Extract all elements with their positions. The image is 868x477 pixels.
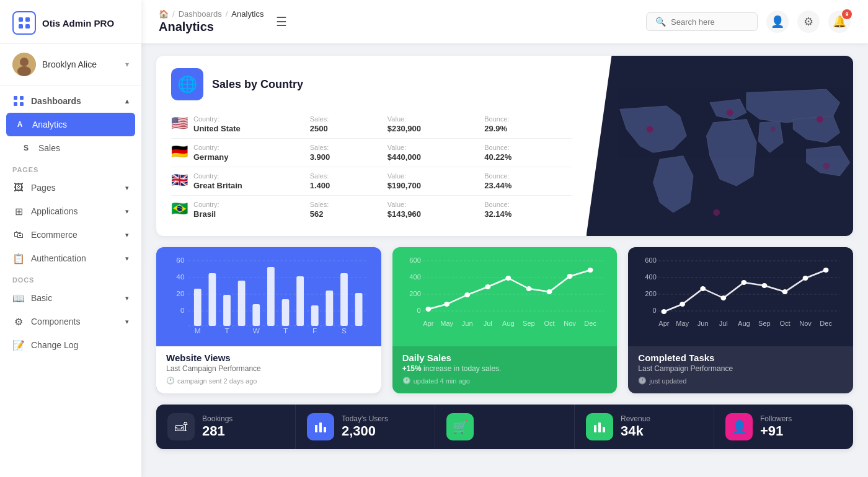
svg-point-81 — [721, 295, 727, 300]
svg-rect-10 — [20, 102, 24, 106]
followers-info: Followers +91 — [760, 414, 792, 439]
value-info: Value: $230,900 — [388, 110, 484, 139]
svg-text:T: T — [283, 328, 288, 335]
value-info: Value: $190,700 — [388, 167, 484, 196]
authentication-icon: 📋 — [12, 252, 25, 265]
svg-text:Sep: Sep — [758, 320, 771, 326]
nav-section: Dashboards ▴ A Analytics S Sales PAGES 🖼… — [0, 85, 141, 477]
svg-text:400: 400 — [645, 273, 657, 280]
sidebar-item-changelog[interactable]: 📝 Change Log — [0, 333, 141, 357]
svg-text:May: May — [676, 320, 690, 326]
pages-icon: 🖼 — [12, 182, 25, 194]
svg-point-11 — [647, 126, 653, 133]
country-name: Germany — [193, 152, 310, 162]
svg-point-55 — [485, 284, 490, 289]
svg-rect-96 — [315, 425, 317, 432]
settings-button[interactable]: ⚙ — [797, 11, 820, 33]
svg-text:600: 600 — [645, 256, 657, 263]
svg-text:200: 200 — [409, 290, 421, 297]
svg-point-79 — [680, 302, 686, 307]
country-label: Country: — [193, 144, 310, 151]
search-input[interactable] — [671, 17, 748, 27]
sidebar-item-dashboards[interactable]: Dashboards ▴ — [0, 89, 141, 113]
sales-card-header: 🌐 Sales by Country — [171, 68, 572, 100]
sales-value: 3.900 — [310, 152, 388, 162]
logo-text: Otis Admin PRO — [42, 18, 114, 28]
user-profile-button[interactable]: 👤 — [766, 11, 789, 33]
stat-revenue: Revenue 34k — [575, 405, 714, 449]
country-table: 🇺🇸 Country: United State Sales: 2500 Val… — [171, 110, 572, 224]
svg-text:Jun: Jun — [461, 320, 472, 326]
sales-value: 562 — [310, 209, 388, 219]
user-section[interactable]: Brooklyn Alice ▾ — [0, 44, 141, 85]
svg-rect-31 — [267, 267, 275, 326]
svg-point-82 — [742, 280, 747, 285]
bounce-info: Bounce: 40.22% — [484, 139, 572, 167]
svg-rect-33 — [296, 276, 304, 326]
stat-followers: 👤 Followers +91 — [714, 405, 853, 449]
sales-letter: S — [20, 142, 32, 154]
bounce-label: Bounce: — [484, 115, 572, 123]
svg-text:Nov: Nov — [564, 320, 576, 326]
svg-text:Dec: Dec — [584, 320, 596, 326]
country-info: Country: Germany — [193, 139, 310, 167]
clock-icon-3: 🕐 — [638, 377, 647, 385]
bounce-info: Bounce: 23.44% — [484, 167, 572, 196]
sidebar-item-ecommerce[interactable]: 🛍 Ecommerce ▾ — [0, 223, 141, 247]
svg-point-5 — [20, 58, 29, 66]
svg-text:0: 0 — [653, 307, 657, 313]
country-table-row: 🇩🇪 Country: Germany Sales: 3.900 Value: … — [171, 139, 572, 167]
home-icon: 🏠 — [159, 9, 169, 19]
ecommerce-icon: 🛍 — [12, 229, 25, 241]
breadcrumb-dashboards[interactable]: Dashboards — [179, 9, 222, 19]
sidebar-item-pages[interactable]: 🖼 Pages ▾ — [0, 176, 141, 199]
country-flag: 🇩🇪 — [171, 144, 188, 159]
svg-text:Jul: Jul — [719, 320, 728, 326]
sidebar-item-analytics[interactable]: A Analytics — [6, 113, 135, 136]
svg-rect-34 — [311, 305, 319, 326]
svg-point-56 — [505, 276, 511, 281]
bounce-info: Bounce: 32.14% — [484, 196, 572, 224]
sales-info: Sales: 2500 — [310, 110, 388, 139]
svg-rect-7 — [14, 96, 17, 100]
notifications-button[interactable]: 🔔 9 — [828, 11, 851, 33]
svg-rect-100 — [598, 422, 601, 432]
sidebar-item-basic[interactable]: 📖 Basic ▾ — [0, 286, 141, 310]
revenue-value: 34k — [621, 423, 650, 439]
stat-today-users: Today's Users 2,300 — [296, 405, 435, 449]
changelog-icon: 📝 — [12, 339, 25, 351]
stat-store: 🛒 — [435, 405, 575, 449]
svg-rect-36 — [340, 273, 348, 326]
website-views-chart-area: 60 40 20 0 — [156, 247, 381, 346]
search-box[interactable]: 🔍 — [646, 12, 758, 31]
svg-text:20: 20 — [176, 291, 184, 297]
sidebar-item-sales[interactable]: S Sales — [0, 136, 141, 160]
world-map-container — [587, 56, 853, 236]
sales-info: Sales: 1.400 — [310, 167, 388, 196]
sidebar-item-applications[interactable]: ⊞ Applications ▾ — [0, 199, 141, 223]
svg-text:200: 200 — [645, 290, 657, 297]
hamburger-icon[interactable]: ☰ — [276, 14, 287, 29]
value-value: $143,960 — [388, 209, 484, 219]
completed-tasks-subtitle: Last Campaign Performance — [638, 364, 843, 373]
daily-sales-chart: 600 400 200 0 — [402, 255, 608, 335]
followers-icon: 👤 — [725, 413, 753, 440]
svg-rect-30 — [252, 304, 260, 326]
sidebar-logo: Otis Admin PRO — [0, 0, 141, 44]
completed-tasks-card: 600 400 200 0 — [628, 247, 853, 393]
sales-by-country-card: 🌐 Sales by Country 🇺🇸 Country: United St… — [156, 56, 853, 236]
completed-tasks-chart: 600 400 200 0 — [638, 255, 843, 335]
sidebar-item-components[interactable]: ⚙ Components ▾ — [0, 310, 141, 333]
svg-rect-2 — [19, 24, 23, 28]
components-chevron-icon: ▾ — [125, 318, 129, 326]
svg-point-15 — [823, 162, 830, 169]
value-label: Value: — [388, 201, 484, 208]
sidebar-item-authentication[interactable]: 📋 Authentication ▾ — [0, 247, 141, 270]
page-title: Analytics — [159, 20, 264, 34]
svg-point-58 — [546, 289, 552, 294]
svg-point-59 — [567, 274, 572, 279]
sales-value: 1.400 — [310, 181, 388, 190]
svg-point-60 — [587, 268, 593, 273]
revenue-label: Revenue — [621, 414, 650, 423]
svg-rect-1 — [25, 17, 30, 22]
